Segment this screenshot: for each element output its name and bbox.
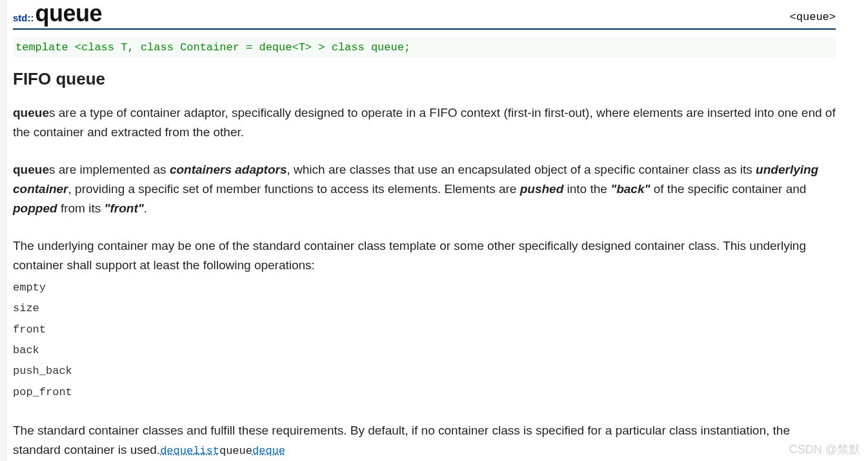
text-queue: queue — [219, 445, 252, 457]
link-list[interactable]: list — [193, 445, 219, 457]
text: , providing a specific set of member fun… — [68, 182, 520, 196]
link-deque[interactable]: deque — [160, 445, 193, 457]
op-front: front — [13, 320, 836, 340]
text: s are a type of container adaptor, speci… — [13, 106, 836, 139]
operations-list: empty size front back push_back pop_fron… — [13, 278, 836, 403]
term-pushed: pushed — [520, 182, 564, 196]
namespace: std:: — [13, 12, 34, 23]
paragraph-standard-containers: The standard container classes and fulfi… — [13, 421, 836, 460]
section-title: FIFO queue — [13, 69, 836, 89]
op-size: size — [13, 298, 836, 319]
op-push-back: push_back — [13, 361, 836, 382]
template-declaration: template <class T, class Container = deq… — [13, 37, 836, 57]
term-front: "front" — [104, 201, 143, 215]
op-back: back — [13, 340, 836, 361]
text: The standard container classes and fulfi… — [13, 424, 790, 456]
term-back: "back" — [611, 182, 650, 196]
left-gutter — [0, 0, 7, 461]
paragraph-intro: queues are a type of container adaptor, … — [13, 103, 836, 142]
document: std:: queue <queue> template <class T, c… — [13, 0, 836, 460]
header-file[interactable]: <queue> — [790, 11, 836, 23]
op-empty: empty — [13, 278, 836, 298]
keyword-queue: queue — [13, 163, 49, 176]
paragraph-underlying: The underlying container may be one of t… — [13, 236, 836, 275]
text: , which are classes that use an encapsul… — [287, 163, 756, 176]
link-deque-2[interactable]: deque — [252, 445, 285, 457]
term-containers-adaptors: containers adaptors — [170, 163, 287, 176]
title-bar: std:: queue <queue> — [13, 0, 836, 30]
page-title: queue — [35, 0, 103, 27]
text: . — [144, 201, 147, 215]
text: of the specific container and — [650, 182, 806, 196]
term-popped: popped — [13, 201, 57, 215]
title-wrap: std:: queue — [13, 0, 102, 27]
text: s are implemented as — [49, 163, 170, 176]
text: from its — [57, 201, 105, 215]
keyword-queue: queue — [13, 106, 49, 119]
op-pop-front: pop_front — [13, 382, 836, 403]
paragraph-adaptors: queues are implemented as containers ada… — [13, 160, 836, 218]
text: into the — [563, 182, 611, 196]
